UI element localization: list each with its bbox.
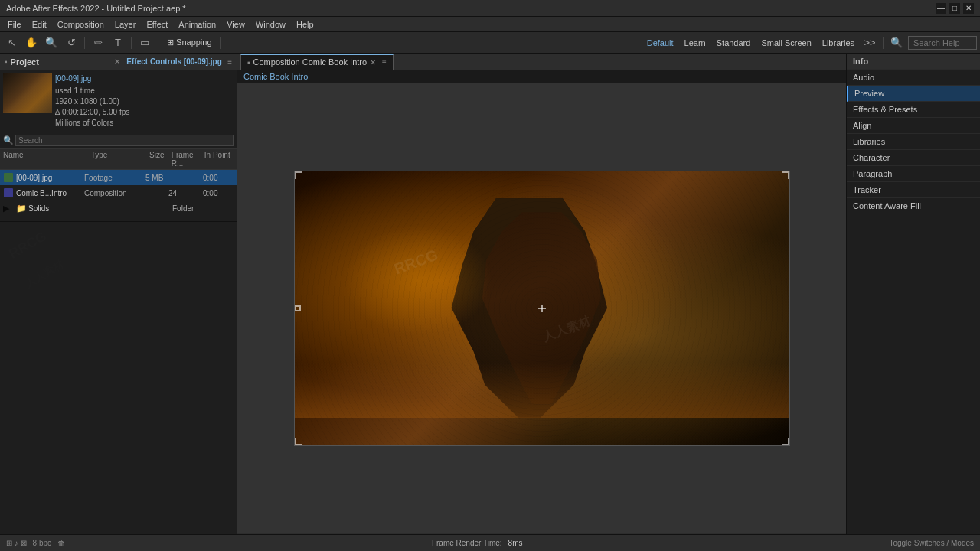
menu-window[interactable]: Window (251, 17, 290, 32)
comp-tab-menu[interactable]: ≡ (382, 58, 387, 67)
menu-file[interactable]: File (3, 17, 26, 32)
project-tab-close[interactable]: ✕ (114, 57, 120, 66)
workspace-standard[interactable]: Standard (713, 37, 755, 48)
workspace-small-screen[interactable]: Small Screen (757, 37, 815, 48)
table-row[interactable]: [00-09].jpg Footage 5 MB 0:00 (0, 170, 237, 185)
center-point (538, 305, 546, 312)
effects-presets-item[interactable]: Effects & Presets (847, 102, 980, 118)
menu-edit[interactable]: Edit (28, 17, 51, 32)
project-tab[interactable]: Project (11, 57, 109, 67)
workspace-default[interactable]: Default (643, 37, 678, 48)
toolbar-separator-4 (220, 37, 221, 49)
left-anchor (295, 305, 301, 311)
tool-pen[interactable]: ✏ (90, 34, 106, 51)
menubar: File Edit Composition Layer Effect Anima… (0, 17, 980, 32)
project-panel: ▪ Project ✕ Effect Controls [00-09].jpg … (0, 54, 237, 222)
app-title: Adobe After Effects 2022 - Untitled Proj… (6, 4, 186, 13)
panel-menu[interactable]: ≡ (227, 57, 232, 66)
col-size-header: Size (149, 151, 172, 168)
row-size: 5 MB (145, 174, 168, 182)
search-button[interactable]: 🔍 (888, 34, 905, 51)
menu-layer[interactable]: Layer (110, 17, 141, 32)
right-panel: Info Audio Preview Effects & Presets Ali… (846, 54, 980, 551)
comp-icon: ▪ (247, 58, 250, 67)
tool-rotate[interactable]: ↺ (63, 34, 80, 51)
corner-bl (295, 438, 302, 445)
table-row[interactable]: ▶ 📁 Solids Folder (0, 201, 237, 216)
audio-panel-item[interactable]: Audio (847, 70, 980, 86)
watermark-1: RRCG (6, 228, 49, 262)
toggle-switches-modes-btn[interactable]: Toggle Switches / Modes (889, 539, 974, 547)
row-compname: Comic B...Intro (16, 189, 84, 197)
toolbar-separator-5 (883, 37, 884, 49)
menu-effect[interactable]: Effect (142, 17, 172, 32)
row-comptype: Composition (84, 189, 145, 197)
project-search-input[interactable] (15, 135, 234, 146)
statusbar-icons: ⊞ ♪ ⊠ (6, 539, 27, 547)
thumbnail-area: [00-09].jpg used 1 time 1920 x 1080 (1.0… (0, 70, 237, 132)
table-row[interactable]: Comic B...Intro Composition 24 0:00 (0, 185, 237, 201)
align-label: Align (853, 121, 871, 130)
menu-animation[interactable]: Animation (174, 17, 220, 32)
corner-br (782, 438, 789, 445)
corner-tl (295, 171, 302, 179)
titlebar: Adobe After Effects 2022 - Untitled Proj… (0, 0, 980, 17)
project-panel-header: ▪ Project ✕ Effect Controls [00-09].jpg … (0, 54, 237, 70)
content-aware-fill-item[interactable]: Content Aware Fill (847, 198, 980, 214)
menu-help[interactable]: Help (292, 17, 318, 32)
preview-label: Preview (854, 89, 884, 98)
tool-hand[interactable]: ✋ (23, 34, 40, 51)
statusbar: ⊞ ♪ ⊠ 8 bpc 🗑 Frame Render Time: 8ms Tog… (0, 534, 980, 551)
workspace-learn[interactable]: Learn (681, 37, 710, 48)
viewport[interactable]: RRCG 人人素材 (237, 83, 846, 533)
toolbar-separator-2 (131, 37, 132, 49)
row-type: Footage (84, 174, 145, 182)
comp-tab-close[interactable]: ✕ (370, 58, 376, 67)
menu-composition[interactable]: Composition (53, 17, 109, 32)
breadcrumb-text: Comic Book Intro (243, 72, 308, 81)
watermark-2: 人人素材 (22, 258, 66, 292)
tool-select[interactable]: ↖ (3, 34, 20, 51)
main-layout: ▪ Project ✕ Effect Controls [00-09].jpg … (0, 54, 980, 551)
maximize-button[interactable]: □ (949, 3, 960, 14)
info-panel-header[interactable]: Info (847, 54, 980, 70)
workspace-more[interactable]: >> (861, 34, 878, 51)
breadcrumb: Comic Book Intro (237, 70, 846, 83)
effects-presets-label: Effects & Presets (853, 105, 917, 114)
composition-tab[interactable]: ▪ Composition Comic Book Intro ✕ ≡ (240, 54, 394, 70)
tool-zoom[interactable]: 🔍 (43, 34, 60, 51)
composition-icon (3, 187, 14, 198)
tool-shape[interactable]: ▭ (136, 34, 153, 51)
minimize-button[interactable]: — (936, 3, 946, 14)
libraries-item[interactable]: Libraries (847, 134, 980, 150)
character-item[interactable]: Character (847, 150, 980, 166)
effect-controls-tab[interactable]: Effect Controls [00-09].jpg (126, 57, 224, 66)
col-type-header: Type (91, 151, 149, 168)
composition-canvas: RRCG 人人素材 (294, 171, 790, 446)
row-foldertype: Folder (172, 204, 234, 213)
menu-view[interactable]: View (222, 17, 250, 32)
close-button[interactable]: ✕ (963, 3, 974, 14)
left-panel: ▪ Project ✕ Effect Controls [00-09].jpg … (0, 54, 237, 551)
trash-icon[interactable]: 🗑 (57, 539, 65, 547)
row-compin: 0:00 (203, 189, 234, 197)
window-controls: — □ ✕ (936, 3, 974, 14)
row-foldername: Solids (28, 204, 172, 213)
folder-expand[interactable]: ▶ (3, 204, 14, 214)
tool-text[interactable]: T (109, 34, 126, 51)
workspace-libraries[interactable]: Libraries (818, 37, 858, 48)
paragraph-item[interactable]: Paragraph (847, 166, 980, 182)
thumb-used: used 1 time (55, 86, 129, 96)
project-panel-icon[interactable]: ▪ (5, 57, 8, 66)
snapping-toggle[interactable]: ⊞ Snapping (163, 37, 216, 48)
row-filename: [00-09].jpg (16, 174, 84, 182)
preview-panel-item[interactable]: Preview (847, 86, 980, 102)
align-item[interactable]: Align (847, 118, 980, 134)
search-input[interactable] (908, 36, 977, 50)
audio-label: Audio (853, 73, 874, 82)
tracker-item[interactable]: Tracker (847, 182, 980, 198)
bit-depth-label: 8 bpc (33, 539, 51, 547)
comp-tabbar: ▪ Composition Comic Book Intro ✕ ≡ (237, 54, 846, 70)
thumb-dimensions: 1920 x 1080 (1.00) (55, 96, 129, 107)
col-in-header: In Point (204, 151, 234, 168)
